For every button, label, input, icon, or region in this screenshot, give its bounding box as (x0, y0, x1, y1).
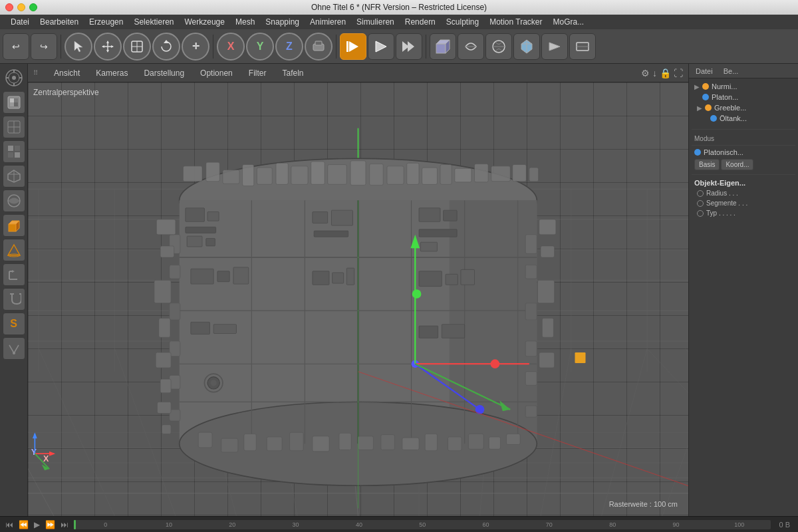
timeline-track[interactable]: 0 10 20 30 40 50 60 70 80 90 100 (74, 520, 771, 529)
vp-menu-optionen[interactable]: Optionen (198, 67, 235, 79)
viewport-maximize-icon[interactable]: ⛶ (674, 68, 683, 78)
close-button[interactable] (5, 3, 13, 11)
svg-rect-200 (489, 437, 500, 449)
svg-rect-170 (170, 303, 180, 320)
cube-view-button[interactable] (3, 214, 25, 237)
object-view-button[interactable] (3, 165, 25, 188)
viewport-lock-icon[interactable]: 🔒 (660, 68, 671, 78)
s-tool-button[interactable]: S (3, 313, 25, 335)
select-tool-button[interactable] (65, 33, 92, 61)
vp-menu-filter[interactable]: Filter (246, 67, 269, 79)
tree-item-oltank[interactable]: Öltank... (692, 113, 795, 124)
vp-menu-ansicht[interactable]: Ansicht (51, 67, 82, 79)
view-arrow-button[interactable] (541, 33, 568, 60)
magnet-tool-button[interactable] (3, 288, 25, 311)
platonic-label: Platonisch... (704, 148, 743, 156)
viewport-3d[interactable]: Zentralperspektive (28, 82, 688, 516)
z-axis-button[interactable]: Z (275, 33, 303, 61)
bottom-tool-button[interactable] (3, 337, 25, 360)
timeline-next-button[interactable]: ⏩ (43, 520, 58, 529)
view-expand-button[interactable] (569, 33, 596, 60)
timeline-prev-button[interactable]: ⏪ (16, 520, 31, 529)
timeline-num-30: 30 (264, 521, 327, 528)
svg-rect-105 (223, 170, 239, 184)
vp-menu-darstellung[interactable]: Darstellung (141, 67, 187, 79)
menu-snapping[interactable]: Snapping (260, 16, 305, 28)
move-tool-button[interactable] (94, 33, 122, 61)
view-cube-button[interactable] (430, 33, 456, 60)
svg-rect-184 (537, 280, 554, 303)
timeline-start-button[interactable]: ⏮ (3, 520, 16, 529)
svg-rect-39 (14, 102, 18, 106)
transform-tool-button[interactable]: ✛ (182, 33, 209, 61)
divider-1 (61, 35, 61, 59)
svg-rect-53 (9, 224, 16, 231)
tree-item-nurmi[interactable]: ▶ Nurmi... (692, 81, 795, 92)
menu-bearbeiten[interactable]: Bearbeiten (35, 16, 84, 28)
viewport-settings-icon[interactable]: ⚙ (641, 68, 650, 78)
scale-tool-button[interactable] (123, 33, 151, 61)
object-mode-button[interactable] (305, 33, 332, 61)
menu-motion-tracker[interactable]: Motion Tracker (484, 16, 547, 28)
svg-rect-109 (291, 166, 308, 184)
segmente-radio[interactable] (697, 200, 704, 207)
svg-rect-38 (10, 98, 14, 102)
svg-rect-138 (191, 269, 213, 284)
menu-mogra[interactable]: MoGra... (548, 16, 590, 28)
view-gem-button[interactable] (513, 33, 540, 60)
radius-radio[interactable] (697, 190, 704, 197)
undo-button[interactable]: ↩ (3, 33, 29, 60)
maximize-button[interactable] (29, 3, 37, 11)
menu-werkzeuge[interactable]: Werkzeuge (179, 16, 229, 28)
x-axis-button[interactable]: X (217, 33, 245, 61)
solid-view-button[interactable] (3, 91, 25, 114)
menu-animieren[interactable]: Animieren (305, 16, 351, 28)
svg-rect-192 (313, 436, 329, 452)
rp-tab-datei[interactable]: Datei (692, 66, 717, 76)
koord-button[interactable]: Koord... (721, 159, 753, 170)
menu-rendern[interactable]: Rendern (400, 16, 441, 28)
render-region-button[interactable] (368, 33, 394, 60)
svg-rect-175 (160, 246, 174, 257)
menu-mesh[interactable]: Mesh (230, 16, 260, 28)
menu-sculpting[interactable]: Sculpting (441, 16, 484, 28)
wire-view-button[interactable] (3, 116, 25, 138)
tree-item-greeble[interactable]: ▶ Greeble... (692, 102, 795, 113)
tree-label-oltank: Öltank... (720, 114, 747, 122)
cone-view-button[interactable] (3, 239, 25, 261)
typ-radio[interactable] (697, 210, 704, 217)
timeline-end-button[interactable]: ⏭ (58, 520, 71, 529)
undo-redo-group: ↩ ↪ (3, 33, 57, 60)
rp-tab-bearbeiten[interactable]: Be... (720, 66, 743, 76)
vp-menu-kameras[interactable]: Kameras (93, 67, 130, 79)
svg-rect-198 (448, 437, 462, 451)
view-subdiv-button[interactable] (485, 33, 512, 60)
tree-item-platon[interactable]: Platon... (692, 92, 795, 102)
svg-rect-197 (425, 434, 437, 450)
toolbar: ↩ ↪ (0, 29, 798, 64)
svg-rect-199 (468, 434, 483, 449)
camera-viewport-button[interactable] (3, 66, 25, 89)
render-all-button[interactable] (396, 33, 422, 60)
platonic-item[interactable]: Platonisch... (692, 147, 795, 158)
viewport-down-icon[interactable]: ↓ (652, 68, 657, 78)
view-wire-button[interactable] (458, 33, 484, 60)
menu-datei[interactable]: Datei (5, 16, 35, 28)
timeline-num-90: 90 (644, 521, 708, 528)
material-view-button[interactable] (3, 190, 25, 212)
menu-erzeugen[interactable]: Erzeugen (84, 16, 128, 28)
basis-button[interactable]: Basis (694, 159, 720, 170)
rotate-tool-button[interactable] (152, 33, 180, 61)
corner-tool-button[interactable] (3, 263, 25, 286)
redo-button[interactable]: ↪ (31, 33, 57, 60)
svg-marker-3 (106, 50, 109, 53)
minimize-button[interactable] (17, 3, 25, 11)
y-axis-button[interactable]: Y (246, 33, 274, 61)
timeline-play-button[interactable]: ▶ (31, 520, 43, 529)
menu-selektieren[interactable]: Selektieren (128, 16, 179, 28)
render-button[interactable] (340, 33, 366, 60)
menu-simulieren[interactable]: Simulieren (351, 16, 400, 28)
vp-menu-tafeln[interactable]: Tafeln (279, 67, 306, 79)
grid-view-button[interactable] (3, 140, 25, 163)
svg-rect-142 (213, 325, 236, 334)
